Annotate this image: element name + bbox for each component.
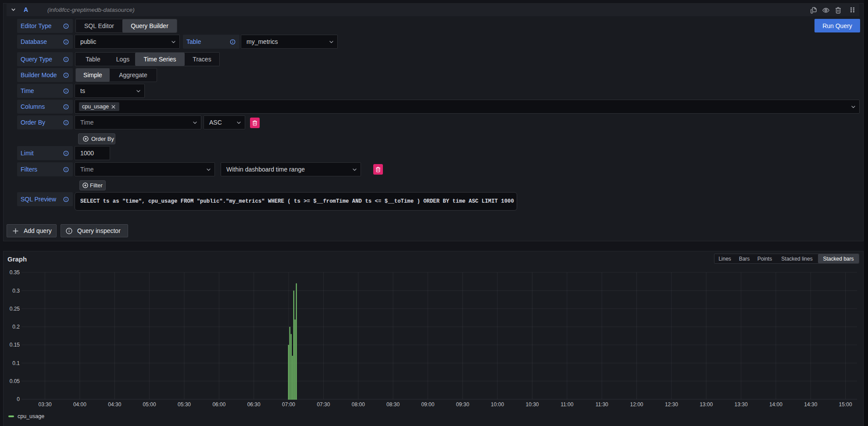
svg-text:09:00: 09:00 [421, 401, 434, 408]
svg-text:07:30: 07:30 [317, 401, 330, 408]
svg-text:08:30: 08:30 [386, 401, 400, 408]
svg-text:06:00: 06:00 [212, 401, 225, 408]
svg-text:0.05: 0.05 [10, 378, 20, 384]
svg-text:09:30: 09:30 [456, 401, 469, 408]
svg-text:06:30: 06:30 [247, 401, 261, 408]
svg-text:0.1: 0.1 [12, 360, 20, 366]
svg-text:0.25: 0.25 [10, 306, 20, 312]
svg-text:11:00: 11:00 [561, 401, 573, 408]
svg-text:12:30: 12:30 [665, 401, 678, 408]
svg-text:0.2: 0.2 [12, 324, 20, 330]
svg-text:0: 0 [17, 396, 20, 402]
svg-text:04:30: 04:30 [108, 401, 121, 408]
svg-text:0.3: 0.3 [12, 288, 20, 294]
svg-text:13:30: 13:30 [735, 401, 748, 408]
svg-text:0.15: 0.15 [10, 342, 20, 348]
svg-text:10:30: 10:30 [525, 401, 539, 408]
svg-text:05:30: 05:30 [178, 401, 191, 408]
svg-text:05:00: 05:00 [143, 401, 156, 408]
svg-text:10:00: 10:00 [491, 401, 504, 408]
svg-text:14:30: 14:30 [804, 401, 817, 408]
svg-text:11:30: 11:30 [596, 401, 608, 408]
svg-text:08:00: 08:00 [352, 401, 365, 408]
svg-text:0.35: 0.35 [10, 269, 20, 276]
svg-text:07:00: 07:00 [282, 401, 295, 408]
svg-text:03:30: 03:30 [39, 401, 52, 408]
svg-text:14:00: 14:00 [769, 401, 782, 408]
svg-text:04:00: 04:00 [73, 401, 86, 408]
svg-text:13:00: 13:00 [700, 401, 713, 408]
svg-text:12:00: 12:00 [630, 401, 643, 408]
svg-text:15:00: 15:00 [839, 401, 852, 408]
